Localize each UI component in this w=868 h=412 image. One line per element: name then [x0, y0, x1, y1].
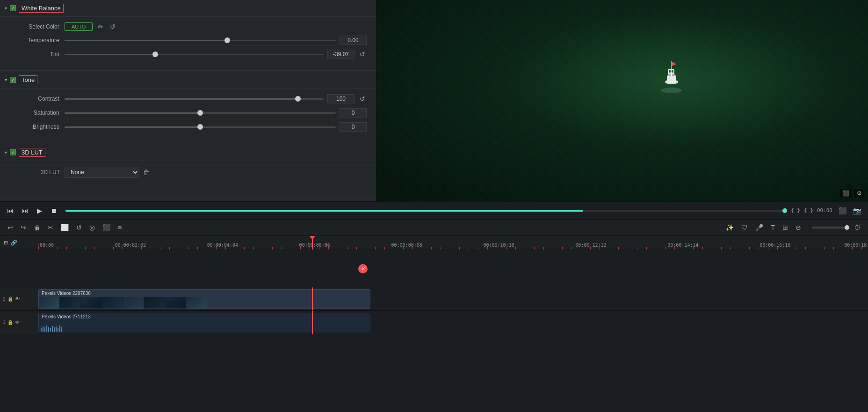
eyedropper-icon[interactable]: ✏	[96, 23, 105, 30]
skip-back-button[interactable]: ⏮	[5, 206, 16, 215]
frame-back-button[interactable]: ⏭	[20, 206, 31, 215]
auto-button[interactable]: AUTO	[65, 22, 93, 31]
delete-button[interactable]: 🗑	[31, 222, 43, 233]
keyframe-row: ✕	[0, 250, 868, 287]
track-1-number: 1	[3, 320, 6, 325]
saturation-value[interactable]: 0	[340, 108, 367, 118]
timecode-display: 00:00	[817, 207, 832, 213]
audio-clip-2711213[interactable]: Pexels Videos 2711213	[38, 313, 370, 332]
white-balance-title: White Balance	[19, 4, 64, 13]
track-1-lock[interactable]: 🔒	[7, 320, 13, 325]
magic-button[interactable]: ✨	[723, 222, 737, 233]
color-button[interactable]: ◎	[87, 222, 98, 233]
lut3d-header[interactable]: ▾ ✓ 3D LUT	[0, 144, 376, 161]
svg-point-8	[668, 74, 671, 76]
lut-delete-icon[interactable]: 🗑	[143, 169, 150, 176]
toolbar: ↩ ↪ 🗑 ✂ ⬜ ↺ ◎ ⬛ ≡ ✨ 🛡 🎤 T ⊞ ⊖ ⏱	[0, 219, 868, 236]
play-button[interactable]: ▶	[35, 206, 44, 215]
redo-button[interactable]: ↪	[18, 222, 29, 233]
reset-contrast-icon[interactable]: ↺	[358, 95, 367, 103]
clip-thumbnails	[39, 297, 370, 309]
reset-wb-icon[interactable]: ↺	[108, 23, 117, 30]
rotate-button[interactable]: ↺	[73, 222, 85, 233]
preview-panel: ⬛ ⚙	[376, 0, 868, 201]
timeline-left-pad: ⊞ 🔗	[0, 240, 38, 246]
minus-button[interactable]: ⊖	[793, 222, 804, 233]
timeline-ruler: 00:00:00:00 00:00:02:02 00:00:04:04 00:0…	[38, 236, 868, 250]
cut-button[interactable]: ✂	[45, 222, 56, 233]
shield-button[interactable]: 🛡	[738, 222, 751, 233]
contrast-row: Contrast: 100 ↺	[9, 94, 367, 103]
tone-checkbox[interactable]: ✓	[10, 77, 16, 83]
tint-label: Tint:	[9, 51, 61, 58]
tone-chevron-icon: ▾	[5, 77, 7, 82]
timeline-header: ⊞ 🔗 00:00:00:00 00:00:02:02 00:00:04:04 …	[0, 236, 868, 250]
track-2-content: Pexels Videos 2297636	[38, 287, 868, 310]
brightness-value[interactable]: 0	[340, 122, 367, 132]
track-2-lock[interactable]: 🔒	[7, 296, 13, 302]
waveform	[39, 320, 370, 332]
brightness-label: Brightness:	[9, 124, 61, 130]
contrast-label: Contrast:	[9, 96, 61, 102]
track-1-controls: 1 🔒 👁	[0, 311, 38, 334]
timeline-link-icon[interactable]: 🔗	[11, 240, 17, 246]
saturation-slider[interactable]	[65, 109, 336, 117]
contrast-value[interactable]: 100	[327, 94, 354, 103]
clip-2297636-label: Pexels Videos 2297636	[39, 290, 370, 297]
white-balance-header[interactable]: ▾ ✓ White Balance	[0, 0, 376, 17]
reset-tint-icon[interactable]: ↺	[358, 51, 367, 58]
tone-header[interactable]: ▾ ✓ Tone	[0, 72, 376, 88]
select-color-row: Select Color: AUTO ✏ ↺	[9, 22, 367, 31]
menu-button[interactable]: ≡	[115, 222, 124, 233]
tone-content: Contrast: 100 ↺ Saturation:	[0, 88, 376, 142]
temperature-value[interactable]: 0.00	[340, 36, 367, 45]
temperature-slider[interactable]	[65, 36, 336, 44]
saturation-row: Saturation: 0	[9, 108, 367, 118]
tone-title: Tone	[19, 75, 37, 84]
boat-icon	[658, 58, 686, 95]
svg-rect-5	[672, 70, 673, 73]
lut-select[interactable]: None LUT1 LUT2	[65, 167, 139, 178]
video-clip-2297636[interactable]: Pexels Videos 2297636	[38, 289, 370, 309]
timeline-add-icon[interactable]: ⊞	[4, 240, 8, 246]
wb-chevron-icon: ▾	[5, 6, 7, 11]
left-panel: ▾ ✓ White Balance Select Color: AUTO ✏ ↺…	[0, 0, 376, 201]
playback-progress[interactable]	[65, 210, 785, 212]
lut-chevron-icon: ▾	[5, 150, 7, 155]
track-1-eye[interactable]: 👁	[15, 320, 20, 325]
settings-icon[interactable]: ⚙	[854, 189, 864, 198]
caption-button[interactable]: T	[768, 222, 778, 233]
grid-button[interactable]: ⊞	[780, 222, 791, 233]
crop-button[interactable]: ⬜	[58, 222, 72, 233]
temperature-label: Temperature:	[9, 37, 61, 44]
brightness-slider[interactable]	[65, 123, 336, 131]
aspect-ratio-icon[interactable]: ⬛	[836, 206, 849, 215]
contrast-slider[interactable]	[65, 95, 324, 103]
tint-slider[interactable]	[65, 50, 324, 59]
timeline-tracks: ✕ 2 🔒 👁 Pexels Videos 2297636	[0, 250, 868, 412]
timecode-braces-left: { }	[791, 207, 800, 213]
mic-button[interactable]: 🎤	[752, 222, 766, 233]
clip-2711213-label: Pexels Videos 2711213	[39, 313, 370, 320]
clock-button[interactable]: ⏱	[851, 222, 863, 233]
zoom-slider[interactable]	[812, 227, 849, 228]
transform-button[interactable]: ⬛	[100, 222, 113, 233]
fullscreen-icon[interactable]: ⬛	[840, 189, 852, 198]
audio-track-1: 1 🔒 👁 Pexels Videos 2711213	[0, 311, 868, 334]
lut3d-title: 3D LUT	[19, 148, 45, 157]
undo-button[interactable]: ↩	[5, 222, 16, 233]
svg-rect-2	[667, 75, 676, 83]
lut-row: 3D LUT: None LUT1 LUT2 🗑	[9, 167, 367, 178]
toolbar-right: ✨ 🛡 🎤 T ⊞ ⊖ ⏱	[723, 222, 863, 233]
tint-value[interactable]: -39.07	[327, 50, 354, 59]
keyframe-marker[interactable]: ✕	[358, 264, 368, 273]
track-2-number: 2	[3, 296, 6, 302]
wb-checkbox[interactable]: ✓	[10, 5, 16, 11]
tint-row: Tint: -39.07 ↺	[9, 50, 367, 59]
stop-button[interactable]: ⏹	[48, 206, 59, 215]
svg-point-0	[661, 88, 682, 93]
playback-bar: ⏮ ⏭ ▶ ⏹ { } { } 00:00 ⬛ 📷	[0, 201, 868, 219]
lut-checkbox[interactable]: ✓	[10, 149, 16, 155]
screenshot-icon[interactable]: 📷	[851, 206, 863, 215]
track-2-eye[interactable]: 👁	[15, 296, 20, 302]
